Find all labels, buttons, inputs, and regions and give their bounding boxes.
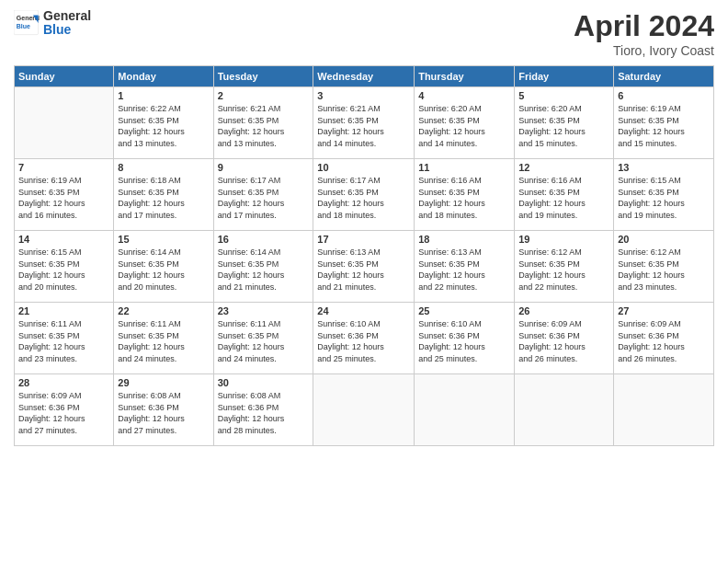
title-area: April 2024 Tioro, Ivory Coast — [574, 9, 714, 58]
day-number: 18 — [418, 234, 510, 245]
day-number: 10 — [317, 162, 410, 173]
day-number: 21 — [18, 305, 109, 316]
calendar-cell: 1Sunrise: 6:22 AM Sunset: 6:35 PM Daylig… — [114, 87, 213, 159]
day-number: 26 — [518, 305, 609, 316]
day-info: Sunrise: 6:16 AM Sunset: 6:35 PM Dayligh… — [418, 175, 510, 221]
calendar-cell: 15Sunrise: 6:14 AM Sunset: 6:35 PM Dayli… — [114, 231, 213, 303]
logo-icon: General Blue — [14, 10, 40, 36]
calendar-week-2: 7Sunrise: 6:19 AM Sunset: 6:35 PM Daylig… — [15, 159, 714, 231]
calendar-week-5: 28Sunrise: 6:09 AM Sunset: 6:36 PM Dayli… — [15, 374, 714, 446]
calendar-cell: 4Sunrise: 6:20 AM Sunset: 6:35 PM Daylig… — [415, 87, 515, 159]
day-info: Sunrise: 6:13 AM Sunset: 6:35 PM Dayligh… — [418, 247, 510, 293]
day-number: 27 — [618, 305, 710, 316]
location-subtitle: Tioro, Ivory Coast — [574, 43, 714, 58]
day-info: Sunrise: 6:14 AM Sunset: 6:35 PM Dayligh… — [118, 247, 209, 293]
day-number: 2 — [218, 90, 310, 101]
calendar-cell: 26Sunrise: 6:09 AM Sunset: 6:36 PM Dayli… — [515, 303, 614, 374]
day-number: 24 — [317, 305, 410, 316]
day-number: 7 — [18, 162, 109, 173]
calendar-cell — [415, 374, 515, 446]
calendar-cell: 6Sunrise: 6:19 AM Sunset: 6:35 PM Daylig… — [614, 87, 714, 159]
calendar-cell: 29Sunrise: 6:08 AM Sunset: 6:36 PM Dayli… — [114, 374, 213, 446]
calendar-cell: 27Sunrise: 6:09 AM Sunset: 6:36 PM Dayli… — [614, 303, 714, 374]
day-number: 28 — [18, 377, 109, 388]
calendar-cell: 7Sunrise: 6:19 AM Sunset: 6:35 PM Daylig… — [15, 159, 114, 231]
calendar-cell: 28Sunrise: 6:09 AM Sunset: 6:36 PM Dayli… — [15, 374, 114, 446]
day-info: Sunrise: 6:08 AM Sunset: 6:36 PM Dayligh… — [118, 390, 209, 436]
col-sunday: Sunday — [15, 66, 114, 87]
calendar-cell: 18Sunrise: 6:13 AM Sunset: 6:35 PM Dayli… — [415, 231, 515, 303]
day-number: 5 — [518, 90, 609, 101]
header-row: Sunday Monday Tuesday Wednesday Thursday… — [15, 66, 714, 87]
calendar-cell: 25Sunrise: 6:10 AM Sunset: 6:36 PM Dayli… — [415, 303, 515, 374]
day-info: Sunrise: 6:15 AM Sunset: 6:35 PM Dayligh… — [18, 247, 109, 293]
day-info: Sunrise: 6:15 AM Sunset: 6:35 PM Dayligh… — [618, 175, 710, 221]
calendar-cell — [515, 374, 614, 446]
calendar-cell: 9Sunrise: 6:17 AM Sunset: 6:35 PM Daylig… — [213, 159, 313, 231]
day-info: Sunrise: 6:09 AM Sunset: 6:36 PM Dayligh… — [18, 390, 109, 436]
calendar-cell: 19Sunrise: 6:12 AM Sunset: 6:35 PM Dayli… — [515, 231, 614, 303]
page: General Blue General Blue April 2024 Tio… — [0, 0, 728, 563]
calendar-cell: 12Sunrise: 6:16 AM Sunset: 6:35 PM Dayli… — [515, 159, 614, 231]
day-number: 9 — [218, 162, 310, 173]
calendar-week-1: 1Sunrise: 6:22 AM Sunset: 6:35 PM Daylig… — [15, 87, 714, 159]
day-number: 22 — [118, 305, 209, 316]
calendar-cell: 21Sunrise: 6:11 AM Sunset: 6:35 PM Dayli… — [15, 303, 114, 374]
day-info: Sunrise: 6:20 AM Sunset: 6:35 PM Dayligh… — [518, 103, 609, 149]
day-number: 3 — [317, 90, 410, 101]
day-number: 16 — [218, 234, 310, 245]
day-info: Sunrise: 6:19 AM Sunset: 6:35 PM Dayligh… — [618, 103, 710, 149]
day-number: 29 — [118, 377, 209, 388]
day-number: 25 — [418, 305, 510, 316]
day-number: 8 — [118, 162, 209, 173]
calendar-week-4: 21Sunrise: 6:11 AM Sunset: 6:35 PM Dayli… — [15, 303, 714, 374]
day-number: 11 — [418, 162, 510, 173]
calendar-body: 1Sunrise: 6:22 AM Sunset: 6:35 PM Daylig… — [15, 87, 714, 446]
calendar-cell: 11Sunrise: 6:16 AM Sunset: 6:35 PM Dayli… — [415, 159, 515, 231]
calendar-cell: 14Sunrise: 6:15 AM Sunset: 6:35 PM Dayli… — [15, 231, 114, 303]
calendar-week-3: 14Sunrise: 6:15 AM Sunset: 6:35 PM Dayli… — [15, 231, 714, 303]
day-info: Sunrise: 6:22 AM Sunset: 6:35 PM Dayligh… — [118, 103, 209, 149]
calendar-cell — [15, 87, 114, 159]
calendar-cell: 3Sunrise: 6:21 AM Sunset: 6:35 PM Daylig… — [313, 87, 415, 159]
calendar-cell: 17Sunrise: 6:13 AM Sunset: 6:35 PM Dayli… — [313, 231, 415, 303]
day-info: Sunrise: 6:16 AM Sunset: 6:35 PM Dayligh… — [518, 175, 609, 221]
day-number: 12 — [518, 162, 609, 173]
day-number: 19 — [518, 234, 609, 245]
day-info: Sunrise: 6:10 AM Sunset: 6:36 PM Dayligh… — [317, 318, 410, 364]
day-number: 30 — [218, 377, 310, 388]
svg-text:Blue: Blue — [17, 23, 30, 29]
day-info: Sunrise: 6:12 AM Sunset: 6:35 PM Dayligh… — [518, 247, 609, 293]
day-info: Sunrise: 6:08 AM Sunset: 6:36 PM Dayligh… — [218, 390, 310, 436]
calendar-cell: 13Sunrise: 6:15 AM Sunset: 6:35 PM Dayli… — [614, 159, 714, 231]
col-saturday: Saturday — [614, 66, 714, 87]
day-info: Sunrise: 6:12 AM Sunset: 6:35 PM Dayligh… — [618, 247, 710, 293]
day-info: Sunrise: 6:20 AM Sunset: 6:35 PM Dayligh… — [418, 103, 510, 149]
day-number: 14 — [18, 234, 109, 245]
calendar-cell: 30Sunrise: 6:08 AM Sunset: 6:36 PM Dayli… — [213, 374, 313, 446]
day-info: Sunrise: 6:09 AM Sunset: 6:36 PM Dayligh… — [518, 318, 609, 364]
day-info: Sunrise: 6:09 AM Sunset: 6:36 PM Dayligh… — [618, 318, 710, 364]
header: General Blue General Blue April 2024 Tio… — [14, 9, 714, 58]
calendar-cell — [313, 374, 415, 446]
calendar-cell: 8Sunrise: 6:18 AM Sunset: 6:35 PM Daylig… — [114, 159, 213, 231]
calendar-cell: 5Sunrise: 6:20 AM Sunset: 6:35 PM Daylig… — [515, 87, 614, 159]
col-tuesday: Tuesday — [213, 66, 313, 87]
calendar-cell: 10Sunrise: 6:17 AM Sunset: 6:35 PM Dayli… — [313, 159, 415, 231]
day-number: 13 — [618, 162, 710, 173]
day-number: 6 — [618, 90, 710, 101]
day-number: 1 — [118, 90, 209, 101]
day-info: Sunrise: 6:13 AM Sunset: 6:35 PM Dayligh… — [317, 247, 410, 293]
calendar-cell: 20Sunrise: 6:12 AM Sunset: 6:35 PM Dayli… — [614, 231, 714, 303]
col-friday: Friday — [515, 66, 614, 87]
logo-text: General Blue — [43, 9, 91, 38]
calendar-cell: 23Sunrise: 6:11 AM Sunset: 6:35 PM Dayli… — [213, 303, 313, 374]
logo-blue-text: Blue — [43, 23, 91, 37]
col-thursday: Thursday — [415, 66, 515, 87]
day-info: Sunrise: 6:11 AM Sunset: 6:35 PM Dayligh… — [18, 318, 109, 364]
day-info: Sunrise: 6:14 AM Sunset: 6:35 PM Dayligh… — [218, 247, 310, 293]
day-info: Sunrise: 6:11 AM Sunset: 6:35 PM Dayligh… — [218, 318, 310, 364]
calendar-table: Sunday Monday Tuesday Wednesday Thursday… — [14, 65, 714, 446]
day-info: Sunrise: 6:17 AM Sunset: 6:35 PM Dayligh… — [317, 175, 410, 221]
day-info: Sunrise: 6:10 AM Sunset: 6:36 PM Dayligh… — [418, 318, 510, 364]
